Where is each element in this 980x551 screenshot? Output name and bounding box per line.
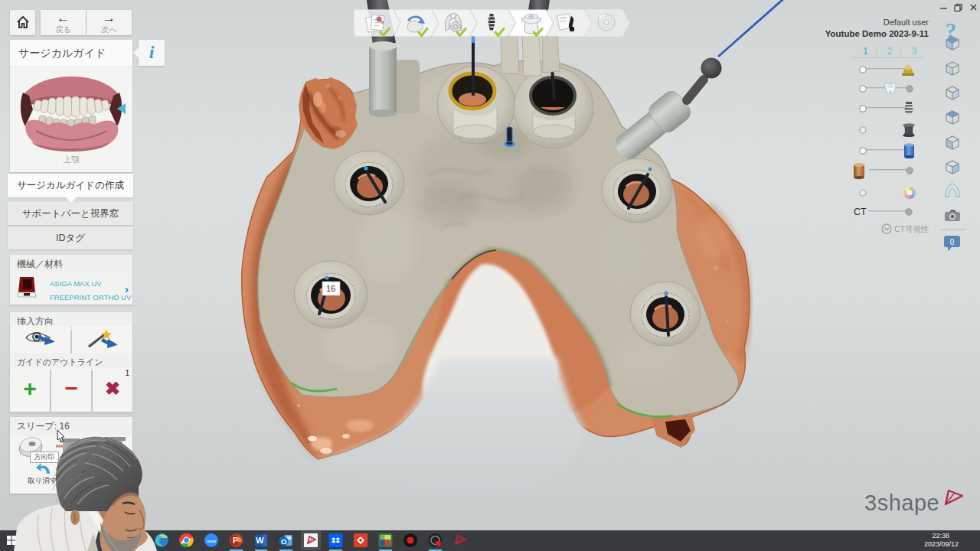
svg-text:0: 0 (950, 238, 955, 246)
svg-text:zoom: zoom (207, 540, 216, 543)
svg-text:2023/09/12: 2023/09/12 (924, 540, 959, 548)
svg-text:O: O (281, 537, 286, 546)
svg-text:CT: CT (854, 207, 867, 217)
svg-text:P: P (233, 536, 238, 545)
svg-text:3shape: 3shape (864, 491, 939, 515)
svg-text:CT可視性: CT可視性 (894, 224, 929, 233)
svg-text:22:38: 22:38 (932, 532, 949, 540)
svg-text:16: 16 (326, 284, 335, 293)
svg-text:W: W (256, 536, 264, 545)
